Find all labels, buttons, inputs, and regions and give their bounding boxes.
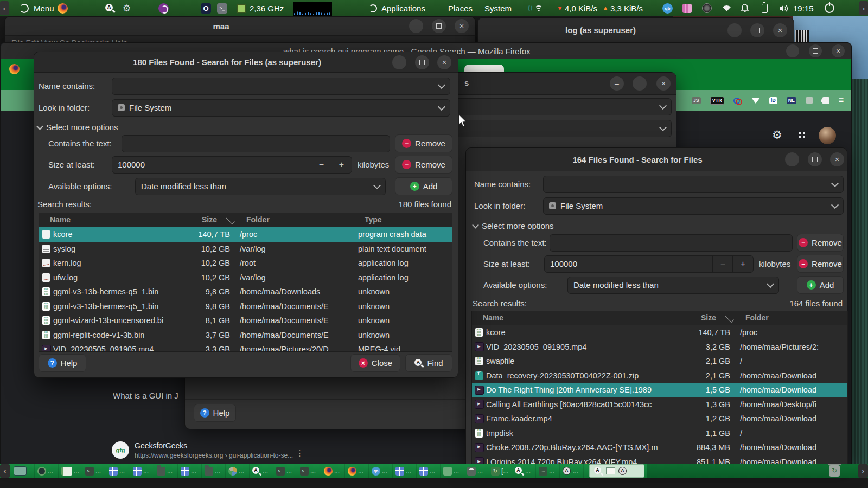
log-titlebar[interactable]: log (as superuser) – × [478, 18, 794, 43]
system-menu[interactable]: System [484, 0, 512, 16]
notifications-tray-icon[interactable] [741, 0, 749, 16]
table-row[interactable]: tmpdisk 1,1 GB / [472, 426, 847, 441]
size-at-least-spinner[interactable]: 100000 − + [544, 255, 754, 273]
table-header[interactable]: Name Size Folder [472, 311, 847, 325]
remove-button[interactable]: − Remove [797, 234, 844, 252]
table-row[interactable]: Data_recovery-20230530T004022Z-001.zip 2… [472, 369, 847, 383]
column-header-name[interactable]: Name [472, 311, 690, 325]
spin-down-button[interactable]: − [311, 157, 331, 173]
tor-launcher[interactable] [158, 0, 169, 16]
taskbar-window-button[interactable]: ... [441, 464, 464, 478]
taskbar-window-button[interactable]: ... [417, 464, 441, 478]
taskbar-window-button[interactable]: ... [512, 464, 536, 478]
close-button[interactable]: × [437, 55, 451, 69]
network-signal-icon[interactable] [527, 0, 546, 16]
look-in-folder-select[interactable]: File System [543, 197, 844, 215]
taskbar-window-button[interactable]: ... [250, 464, 273, 478]
firefox-launcher[interactable] [58, 0, 68, 16]
applications-menu[interactable]: Applications [369, 0, 425, 16]
table-row[interactable]: VID_20230505_091905.mp4 3,2 GB /home/maa… [472, 340, 847, 355]
select-more-options-expander[interactable]: Select more options [37, 121, 118, 133]
available-options-select[interactable]: Date modified less than [135, 178, 386, 195]
table-row[interactable]: ggml-v3-13b-hermes-q5_1.bin 9,8 GB /home… [39, 285, 452, 299]
taskbar-window-button[interactable]: ... [226, 464, 250, 478]
opera-launcher[interactable]: O [201, 0, 211, 16]
contains-text-input[interactable] [550, 234, 793, 252]
maximize-button[interactable] [415, 55, 429, 69]
places-menu[interactable]: Places [448, 0, 473, 16]
name-contains-input[interactable] [543, 176, 844, 193]
taskbar-window-button[interactable]: ... [130, 464, 154, 478]
network-down-speed[interactable]: ▼ 4,0 KiB/s [557, 0, 597, 16]
google-apps-grid-icon[interactable] [797, 131, 807, 140]
taskbar-window-button[interactable]: ... [321, 464, 345, 478]
bookmark-link-icon[interactable] [733, 97, 742, 104]
column-header-size[interactable]: Size [191, 213, 235, 227]
close-button[interactable]: × [830, 152, 844, 166]
look-in-folder-select[interactable]: File System [112, 99, 450, 117]
taskbar-active-group-button[interactable] [589, 464, 644, 478]
maximize-button[interactable] [809, 44, 822, 57]
volume-tray-icon[interactable] [779, 0, 789, 16]
result-more-options-icon[interactable]: ⋮ [296, 448, 304, 458]
find-button[interactable]: Find [405, 354, 452, 372]
clock[interactable]: 19:15 [793, 0, 814, 16]
search-launcher[interactable] [105, 0, 114, 16]
spin-up-button[interactable]: + [331, 157, 352, 173]
help-button[interactable]: ? Help [194, 404, 236, 422]
table-row[interactable]: kcore 140,7 TB /proc program crash data [39, 227, 452, 242]
table-row[interactable]: syslog 10,2 GB /var/log plain text docum… [39, 242, 452, 256]
settings-launcher[interactable]: ⚙ [123, 0, 131, 16]
minimize-button[interactable]: – [392, 55, 406, 69]
battery-tray-icon[interactable] [762, 0, 768, 16]
geeksforgeeks-logo[interactable]: gfg [112, 441, 129, 459]
column-header-folder[interactable]: Folder [735, 311, 847, 325]
size-at-least-spinner[interactable]: 100000 − + [112, 156, 352, 174]
bookmark-id-icon[interactable]: iD [769, 97, 777, 104]
add-button[interactable]: + Add [395, 177, 452, 195]
dialog-titlebar[interactable]: 164 Files Found - Search for Files – × [466, 148, 847, 171]
help-button[interactable]: ? Help [39, 354, 86, 372]
table-row[interactable]: kern.log 10,2 GB /root application log [39, 256, 452, 271]
column-header-type[interactable]: Type [354, 213, 452, 227]
minimize-button[interactable]: – [786, 44, 799, 57]
close-button[interactable]: × Close [350, 354, 400, 372]
minimize-button[interactable]: – [409, 19, 423, 33]
taskbar-window-button[interactable]: ... [273, 464, 297, 478]
camera-tray-icon[interactable] [702, 0, 712, 16]
table-row[interactable]: VID_20230505_091905.mp4 3,3 GB /home/maa… [39, 342, 452, 352]
taskbar-window-button[interactable]: ... [393, 464, 417, 478]
taskbar-window-button[interactable]: [... [488, 464, 512, 478]
minimize-button[interactable]: – [727, 23, 742, 37]
taskbar-window-button[interactable]: ... [178, 464, 202, 478]
contains-text-input[interactable] [122, 135, 390, 152]
close-button[interactable]: × [773, 23, 787, 37]
hamburger-menu-icon[interactable]: ≡ [839, 96, 844, 105]
system-monitor-graph[interactable] [293, 1, 332, 17]
close-button[interactable]: × [832, 44, 845, 57]
taskbar-window-button[interactable]: ... [464, 464, 488, 478]
table-row[interactable]: Frame.kaader.mp4 1,2 GB /home/maa/Downlo… [472, 412, 847, 426]
table-row[interactable]: ggml-wizard-13b-uncensored.bi 8,1 GB /ho… [39, 313, 452, 328]
remove-button[interactable]: − Remove [797, 255, 844, 273]
close-button[interactable]: × [656, 76, 671, 91]
name-contains-input[interactable] [112, 78, 450, 95]
shutdown-button[interactable] [825, 0, 834, 16]
taskbar-window-button[interactable]: ... [369, 464, 393, 478]
maximize-button[interactable] [633, 76, 647, 91]
taskbar-window-button[interactable]: ... [202, 464, 226, 478]
taskbar-window-button[interactable]: ... [35, 464, 59, 478]
taskbar-window-button[interactable]: ... [82, 464, 106, 478]
column-header-size[interactable]: Size [690, 311, 735, 325]
table-row[interactable]: Do The Right Thing [20th Anniversary SE]… [472, 383, 847, 397]
bookmark-vtr-icon[interactable]: VTR [710, 97, 724, 105]
wifi-tray-icon[interactable] [722, 0, 731, 16]
spin-up-button[interactable]: + [732, 256, 753, 272]
column-header-folder[interactable]: Folder [235, 213, 354, 227]
results-table[interactable]: Name Size Folder kcore 140,7 TB /proc VI… [471, 311, 848, 465]
table-row[interactable]: ggml-replit-code-v1-3b.bin 3,7 GB /home/… [39, 328, 452, 343]
qbittorrent-tray-icon[interactable]: qb [662, 0, 673, 16]
media-tray-icon[interactable] [682, 0, 692, 16]
table-row[interactable]: Choke.2008.720p.BluRay.x264.AAC-[YTS.MX]… [472, 440, 847, 455]
results-table[interactable]: Name Size Folder Type kcore 140,7 TB /pr… [39, 213, 452, 352]
